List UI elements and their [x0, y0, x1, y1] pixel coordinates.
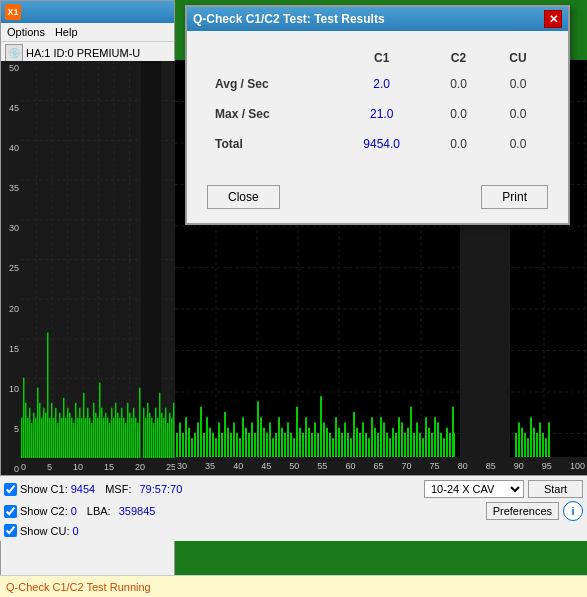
bottom-controls: Show C1: 9454 MSF: 79:57:70 10-24 X CAV …: [0, 475, 587, 541]
svg-rect-43: [69, 413, 71, 458]
menu-help[interactable]: Help: [55, 26, 78, 38]
table-row-max: Max / Sec 21.0 0.0 0.0: [207, 99, 548, 129]
x-label-0: 0: [21, 462, 26, 472]
bottom-row3: Show CU: 0: [4, 524, 583, 537]
dialog-buttons: Close Print: [187, 175, 568, 223]
table-row-total: Total 9454.0 0.0 0.0: [207, 129, 548, 159]
svg-rect-37: [57, 423, 59, 458]
show-c1-checkbox[interactable]: [4, 483, 17, 496]
svg-rect-94: [169, 413, 171, 458]
show-c2-item: Show C2: 0: [4, 505, 77, 518]
svg-rect-51: [85, 418, 87, 458]
speed-select[interactable]: 10-24 X CAV 4-8 X CAV 8-16 X CAV 16-40 X…: [424, 480, 524, 498]
total-c2: 0.0: [429, 129, 488, 159]
close-button[interactable]: Close: [207, 185, 280, 209]
svg-rect-71: [125, 423, 127, 458]
app-icon: X1: [5, 4, 21, 20]
max-label: Max / Sec: [207, 99, 334, 129]
x-label-15: 15: [104, 462, 114, 472]
show-c2-checkbox[interactable]: [4, 505, 17, 518]
info-button[interactable]: i: [563, 501, 583, 521]
col-header-c2: C2: [429, 47, 488, 69]
svg-rect-92: [165, 408, 167, 458]
right-controls-row2: Preferences i: [165, 501, 583, 521]
lba-value: 359845: [119, 505, 156, 517]
y-label-0: 0: [1, 464, 21, 474]
svg-rect-29: [41, 418, 43, 458]
svg-rect-25: [33, 413, 35, 458]
svg-rect-81: [143, 408, 145, 458]
menu-options[interactable]: Options: [7, 26, 45, 38]
x-label-10: 10: [73, 462, 83, 472]
chart-area: 50 45 40 35 30 25 20 15 10 5 0: [1, 61, 176, 476]
svg-rect-84: [149, 413, 151, 458]
avg-c2: 0.0: [429, 69, 488, 99]
y-label-45: 45: [1, 103, 21, 113]
svg-rect-30: [43, 408, 45, 458]
svg-rect-55: [93, 403, 95, 458]
show-cu-checkbox[interactable]: [4, 524, 17, 537]
svg-rect-50: [83, 393, 85, 458]
table-row-avg: Avg / Sec 2.0 0.0 0.0: [207, 69, 548, 99]
svg-rect-83: [147, 403, 149, 458]
total-cu: 0.0: [488, 129, 548, 159]
svg-rect-32: [47, 332, 49, 458]
x-label-55: 55: [317, 461, 327, 471]
preferences-button[interactable]: Preferences: [486, 502, 559, 520]
svg-rect-72: [127, 403, 129, 458]
dialog-close-button[interactable]: ✕: [544, 10, 562, 28]
svg-rect-75: [133, 408, 135, 458]
svg-rect-38: [59, 413, 61, 458]
svg-rect-64: [111, 408, 113, 458]
y-label-30: 30: [1, 223, 21, 233]
svg-rect-57: [97, 418, 99, 458]
svg-rect-95: [171, 418, 173, 458]
svg-rect-60: [103, 418, 105, 458]
x-label-90: 90: [514, 461, 524, 471]
avg-c1: 2.0: [334, 69, 429, 99]
right-controls-row1: 10-24 X CAV 4-8 X CAV 8-16 X CAV 16-40 X…: [192, 480, 583, 498]
x-label-100: 100: [570, 461, 585, 471]
total-label: Total: [207, 129, 334, 159]
x-label-30: 30: [177, 461, 187, 471]
svg-rect-42: [67, 408, 69, 458]
show-cu-value: 0: [73, 525, 79, 537]
y-label-15: 15: [1, 344, 21, 354]
svg-rect-33: [49, 418, 51, 458]
dialog-title: Q-Check C1/C2 Test: Test Results: [193, 12, 385, 26]
y-label-40: 40: [1, 143, 21, 153]
status-text: Q-Check C1/C2 Test Running: [6, 581, 151, 593]
svg-rect-63: [109, 423, 111, 458]
y-label-20: 20: [1, 304, 21, 314]
svg-rect-86: [153, 423, 155, 458]
x-label-40: 40: [233, 461, 243, 471]
chart-svg: [21, 61, 176, 458]
col-header-empty: [207, 47, 334, 69]
print-button[interactable]: Print: [481, 185, 548, 209]
svg-rect-62: [107, 418, 109, 458]
start-button[interactable]: Start: [528, 480, 583, 498]
x-label-20: 20: [135, 462, 145, 472]
lba-section: LBA: 359845: [87, 505, 156, 517]
y-label-35: 35: [1, 183, 21, 193]
svg-rect-21: [25, 403, 27, 458]
x-label-80: 80: [458, 461, 468, 471]
x-label-5: 5: [47, 462, 52, 472]
svg-rect-20: [23, 378, 25, 458]
bottom-row2: Show C2: 0 LBA: 359845 Preferences i: [4, 501, 583, 521]
svg-rect-36: [55, 408, 57, 458]
svg-rect-76: [135, 418, 137, 458]
svg-rect-22: [27, 418, 29, 458]
show-c2-label: Show C2:: [20, 505, 68, 517]
status-bar: Q-Check C1/C2 Test Running: [0, 575, 587, 597]
svg-rect-54: [91, 423, 93, 458]
total-c1: 9454.0: [334, 129, 429, 159]
dialog-table: C1 C2 CU Avg / Sec 2.0 0.0 0.0 Max / Sec…: [207, 47, 548, 159]
svg-rect-90: [161, 413, 163, 458]
svg-rect-66: [115, 403, 117, 458]
dialog: Q-Check C1/C2 Test: Test Results ✕ C1 C2…: [185, 5, 570, 225]
show-c1-label: Show C1:: [20, 483, 68, 495]
x-label-75: 75: [430, 461, 440, 471]
app-titlebar: X1: [1, 1, 174, 23]
svg-rect-82: [145, 418, 147, 458]
